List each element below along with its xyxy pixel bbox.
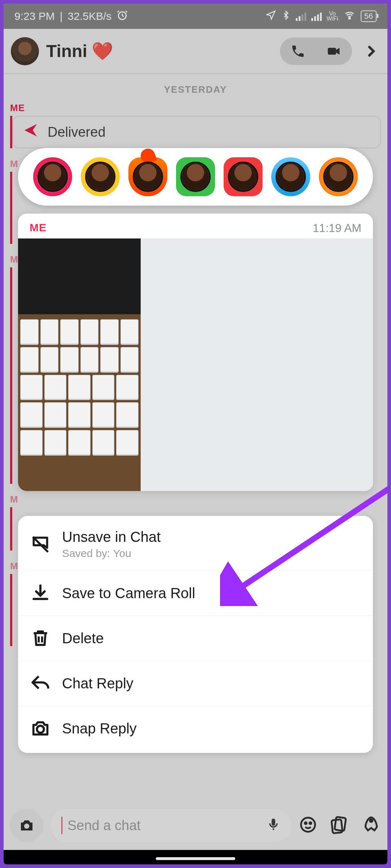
menu-item-label: Unsave in Chat [62, 529, 161, 545]
home-indicator [156, 857, 235, 860]
menu-snap-reply[interactable]: Snap Reply [18, 706, 373, 751]
camera-icon [29, 717, 52, 740]
trash-icon [29, 627, 52, 650]
menu-item-sub: Saved by: You [62, 547, 161, 560]
sender-label: ME [10, 102, 381, 114]
menu-item-label: Delete [62, 630, 104, 646]
svg-point-7 [301, 818, 315, 832]
status-time: 9:23 PM [14, 10, 55, 22]
svg-rect-2 [328, 48, 336, 54]
sent-snap-status[interactable]: Delivered [12, 116, 381, 148]
reply-arrow-icon [29, 672, 52, 695]
bluetooth-icon [281, 10, 291, 23]
menu-chat-reply[interactable]: Chat Reply [18, 661, 373, 706]
keyboard-photo [18, 238, 141, 491]
status-bar: 9:23 PM | 32.5KB/s Vo WiFi 56 [4, 4, 387, 29]
emoji-icon[interactable] [299, 815, 317, 836]
delivered-label: Delivered [48, 124, 106, 140]
svg-rect-6 [272, 819, 275, 826]
signal-1-icon [296, 12, 306, 21]
message-sender: ME [30, 222, 47, 235]
reaction-fire[interactable] [128, 157, 167, 196]
battery-icon: 56 [361, 10, 377, 22]
menu-delete[interactable]: Delete [18, 616, 373, 661]
input-placeholder: Send a chat [67, 818, 141, 833]
menu-item-label: Chat Reply [62, 675, 133, 692]
sent-arrow-icon [22, 122, 39, 142]
svg-point-3 [37, 726, 44, 733]
svg-point-1 [349, 17, 350, 19]
status-netspeed: 32.5KB/s [68, 10, 112, 22]
wifi-icon [343, 10, 356, 23]
chat-header: Tinni ❤️ [4, 29, 387, 74]
camera-button[interactable] [10, 809, 43, 842]
audio-call-button[interactable] [280, 38, 316, 65]
chevron-right-icon[interactable] [362, 44, 380, 58]
annotation-arrow [220, 469, 387, 608]
reaction-laugh-cry[interactable] [81, 157, 120, 196]
message-time: 11:19 AM [313, 222, 361, 235]
unsave-icon [29, 533, 52, 556]
menu-item-label: Save to Camera Roll [62, 585, 195, 601]
message-composer: Send a chat [10, 806, 381, 845]
location-icon [265, 10, 276, 23]
svg-line-4 [234, 476, 387, 592]
signal-2-icon [311, 12, 322, 21]
message-input[interactable]: Send a chat [50, 809, 291, 842]
reaction-thumbs-up[interactable] [176, 157, 215, 196]
chat-title[interactable]: Tinni ❤️ [46, 41, 273, 61]
message-image[interactable] [18, 238, 373, 491]
vowifi-icon: Vo WiFi [327, 11, 338, 21]
call-buttons [280, 38, 352, 65]
day-separator: YESTERDAY [10, 84, 381, 95]
reaction-heart[interactable] [33, 157, 72, 196]
svg-point-12 [370, 819, 372, 822]
reaction-wow[interactable] [271, 157, 310, 196]
svg-point-8 [305, 822, 307, 824]
svg-point-9 [309, 822, 311, 824]
avatar[interactable] [11, 37, 39, 65]
svg-point-5 [24, 824, 29, 829]
text-cursor [61, 817, 62, 834]
reaction-thumbs-down[interactable] [224, 157, 263, 196]
reaction-bar [18, 148, 373, 206]
download-icon [29, 582, 52, 605]
rocket-icon[interactable] [361, 815, 381, 836]
selected-message: ME 11:19 AM [18, 214, 373, 491]
reaction-mind-blown[interactable] [319, 157, 358, 196]
heart-icon: ❤️ [92, 41, 113, 61]
video-call-button[interactable] [316, 38, 352, 65]
mic-icon[interactable] [266, 817, 281, 834]
menu-item-label: Snap Reply [62, 720, 137, 737]
gallery-icon[interactable] [330, 815, 349, 836]
alarm-icon [117, 9, 128, 23]
